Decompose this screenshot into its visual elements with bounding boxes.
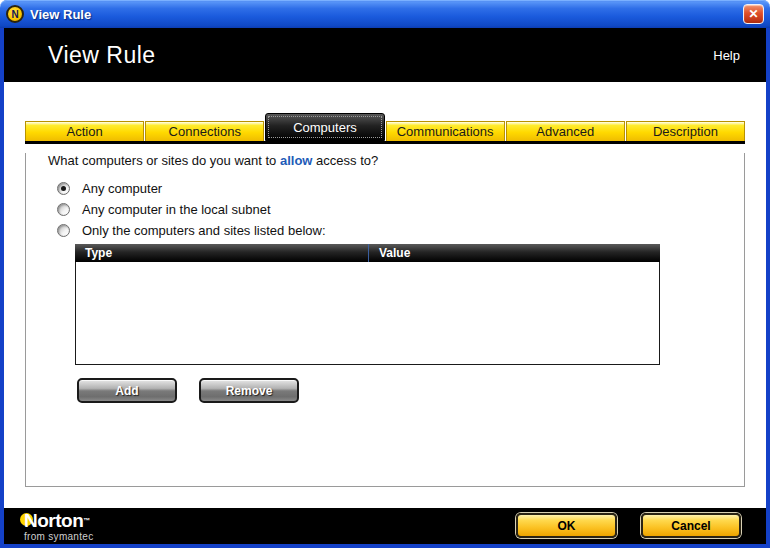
page-title: View Rule xyxy=(4,42,156,69)
help-link[interactable]: Help xyxy=(713,48,740,63)
table-body-empty[interactable] xyxy=(75,262,660,365)
tab-action[interactable]: Action xyxy=(25,121,144,141)
remove-button[interactable]: Remove xyxy=(199,378,299,403)
dialog-footer: Norton™ from symantec OK Cancel xyxy=(4,508,766,544)
norton-logo-text: Norton xyxy=(24,510,83,531)
radio-button-icon[interactable] xyxy=(57,224,70,237)
tab-advanced[interactable]: Advanced xyxy=(506,121,625,141)
question-prefix: What computers or sites do you want to xyxy=(48,153,280,168)
tab-communications[interactable]: Communications xyxy=(386,121,505,141)
radio-any-computer[interactable]: Any computer xyxy=(57,178,744,199)
column-header-value: Value xyxy=(368,244,660,262)
radio-listed-below[interactable]: Only the computers and sites listed belo… xyxy=(57,220,744,241)
norton-logo-subtitle: from symantec xyxy=(24,531,93,542)
view-rule-window: N View Rule ✕ View Rule Help Action Conn… xyxy=(0,0,770,548)
dialog-header: View Rule Help xyxy=(4,28,766,82)
tab-connections[interactable]: Connections xyxy=(145,121,264,141)
radio-button-icon[interactable] xyxy=(57,182,70,195)
table-header-row: Type Value xyxy=(75,244,660,262)
dialog-content: Action Connections Computers Communicati… xyxy=(4,82,766,508)
cancel-button[interactable]: Cancel xyxy=(641,513,741,538)
tab-panel: What computers or sites do you want to a… xyxy=(25,153,745,487)
computers-list-table: Type Value xyxy=(75,244,660,365)
tab-bar: Action Connections Computers Communicati… xyxy=(25,113,745,141)
titlebar[interactable]: N View Rule ✕ xyxy=(0,0,770,28)
question-highlight: allow xyxy=(280,153,313,168)
list-button-row: Add Remove xyxy=(77,378,744,403)
tab-description[interactable]: Description xyxy=(626,121,745,141)
tab-computers[interactable]: Computers xyxy=(265,113,384,141)
question-suffix: access to? xyxy=(312,153,378,168)
radio-label: Only the computers and sites listed belo… xyxy=(82,223,326,238)
close-icon[interactable]: ✕ xyxy=(743,4,764,24)
norton-trademark: ™ xyxy=(83,517,90,524)
norton-logo: Norton™ from symantec xyxy=(24,511,93,542)
computer-scope-radio-group: Any computer Any computer in the local s… xyxy=(57,178,744,241)
add-button[interactable]: Add xyxy=(77,378,177,403)
question-text: What computers or sites do you want to a… xyxy=(48,153,744,168)
radio-local-subnet[interactable]: Any computer in the local subnet xyxy=(57,199,744,220)
ok-button[interactable]: OK xyxy=(516,513,617,538)
window-body: View Rule Help Action Connections Comput… xyxy=(0,28,770,548)
radio-button-icon[interactable] xyxy=(57,203,70,216)
window-title: View Rule xyxy=(30,7,91,22)
radio-label: Any computer in the local subnet xyxy=(82,202,271,217)
column-header-type: Type xyxy=(75,244,368,262)
tab-underline xyxy=(25,141,745,144)
norton-app-icon: N xyxy=(6,5,24,23)
radio-label: Any computer xyxy=(82,181,162,196)
